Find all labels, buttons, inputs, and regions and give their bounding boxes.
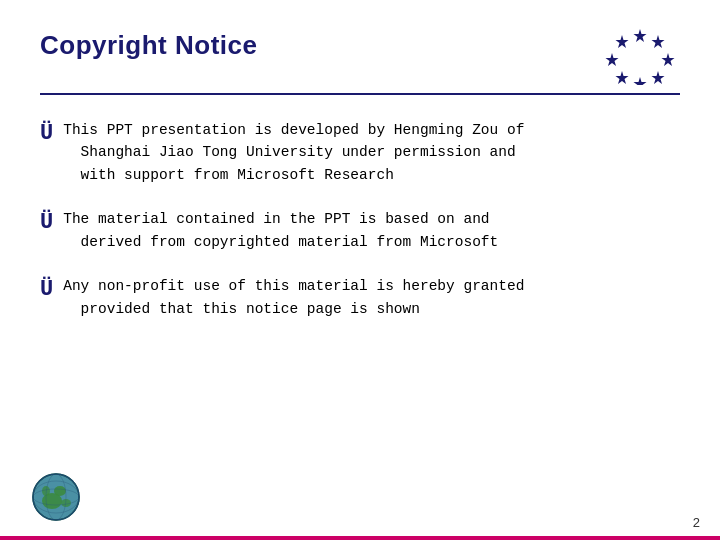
title-divider [40, 93, 680, 95]
bullet-item-3: Ü Any non-profit use of this material is… [40, 275, 680, 320]
svg-marker-5 [616, 71, 629, 84]
svg-marker-3 [652, 71, 665, 84]
eu-stars-logo [600, 25, 680, 85]
bullet-item-2: Ü The material contained in the PPT is b… [40, 208, 680, 253]
svg-marker-0 [634, 29, 647, 42]
slide-title: Copyright Notice [40, 30, 257, 61]
svg-marker-6 [606, 53, 619, 66]
bullet-item-1: Ü This PPT presentation is developed by … [40, 119, 680, 186]
bullet-text-2: The material contained in the PPT is bas… [63, 208, 498, 253]
page-number: 2 [693, 515, 700, 530]
bullet-list: Ü This PPT presentation is developed by … [40, 119, 680, 320]
slide: Copyright Notice [0, 0, 720, 540]
svg-marker-2 [662, 53, 675, 66]
globe-icon [30, 471, 82, 528]
svg-marker-7 [616, 35, 629, 48]
bullet-text-1: This PPT presentation is developed by He… [63, 119, 524, 186]
title-area: Copyright Notice [40, 30, 680, 85]
svg-marker-1 [652, 35, 665, 48]
svg-marker-4 [634, 77, 647, 85]
bullet-symbol-3: Ü [40, 275, 53, 306]
bullet-symbol-2: Ü [40, 208, 53, 239]
svg-point-10 [54, 486, 66, 496]
bullet-text-3: Any non-profit use of this material is h… [63, 275, 524, 320]
bottom-bar [0, 536, 720, 540]
bullet-symbol-1: Ü [40, 119, 53, 150]
